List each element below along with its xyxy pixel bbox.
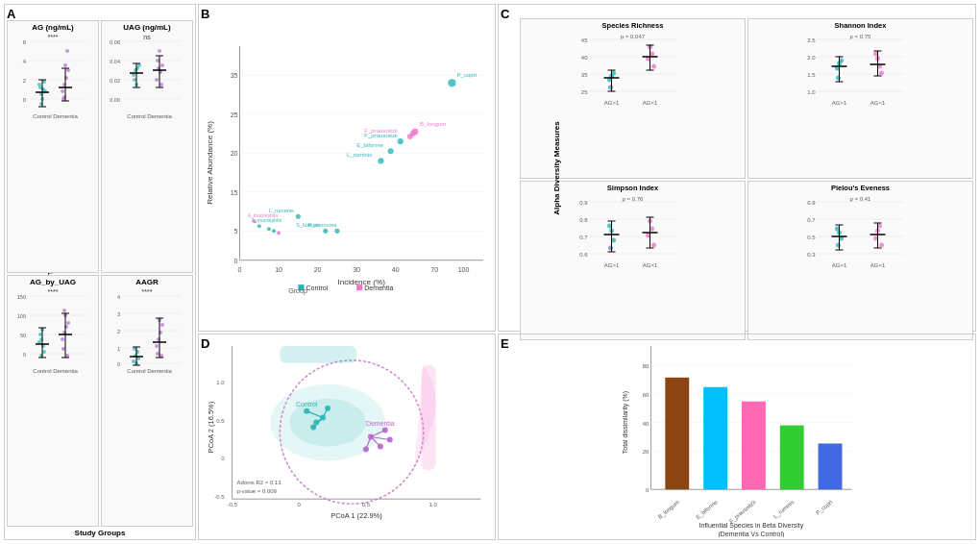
bd-column: B 35 25 20 15 5 0 0 10 xyxy=(198,4,496,540)
species-richness-svg: 45 40 35 25 p = 0.047 xyxy=(523,30,743,111)
bar-svg: 80 60 40 20 0 Total dissimilarity (%) xyxy=(501,336,973,537)
svg-text:P_copri: P_copri xyxy=(457,71,478,78)
svg-point-161 xyxy=(398,138,404,144)
svg-text:40: 40 xyxy=(643,421,649,427)
svg-point-48 xyxy=(133,78,136,82)
svg-point-170 xyxy=(334,229,339,234)
svg-point-47 xyxy=(137,63,141,67)
svg-point-208 xyxy=(378,443,383,449)
svg-rect-191 xyxy=(422,365,436,470)
svg-text:40: 40 xyxy=(581,55,588,61)
svg-text:20: 20 xyxy=(231,150,238,158)
ag-by-uag-title: AG_by_UAG xyxy=(30,278,76,286)
svg-text:Control: Control xyxy=(306,284,328,292)
svg-point-247 xyxy=(651,64,656,69)
svg-point-209 xyxy=(363,446,369,452)
svg-rect-192 xyxy=(280,346,356,363)
svg-text:25: 25 xyxy=(231,111,238,119)
svg-text:0.04: 0.04 xyxy=(110,59,120,64)
svg-point-301 xyxy=(651,242,656,247)
svg-text:20: 20 xyxy=(314,266,322,274)
svg-text:AG>1: AG>1 xyxy=(604,100,620,106)
svg-text:50: 50 xyxy=(20,333,26,338)
svg-text:AG<1: AG<1 xyxy=(870,262,886,268)
svg-text:0.8: 0.8 xyxy=(579,217,588,223)
aagr-plot: AAGR 4 3 2 1 0 **** xyxy=(101,275,193,528)
svg-point-157 xyxy=(448,79,455,87)
svg-text:F_prausnitzii: F_prausnitzii xyxy=(728,499,757,524)
svg-point-210 xyxy=(387,437,393,443)
svg-point-115 xyxy=(133,347,136,351)
svg-point-89 xyxy=(61,337,64,341)
svg-text:-0.5: -0.5 xyxy=(214,494,225,500)
svg-text:0: 0 xyxy=(117,361,120,367)
species-richness-title: Species Richness xyxy=(523,21,743,30)
svg-point-200 xyxy=(313,420,319,426)
svg-point-199 xyxy=(325,406,331,411)
svg-text:30: 30 xyxy=(353,266,360,274)
svg-text:0.00: 0.00 xyxy=(110,97,120,103)
svg-point-172 xyxy=(323,229,328,234)
svg-point-59 xyxy=(158,49,161,53)
section-e-label: E xyxy=(501,336,509,351)
section-a: A Ghrelin Levels AG (ng/mL) 6 4 2 0 xyxy=(4,4,196,540)
uag-plot: UAG (ng/mL) 0.06 0.04 0.02 0.00 ns xyxy=(101,20,193,273)
svg-text:B_longum: B_longum xyxy=(420,120,446,127)
svg-text:Influential Species in Beta Di: Influential Species in Beta Diversity xyxy=(699,522,804,530)
section-e: E 80 60 40 20 0 Total dissimilarity (%) xyxy=(498,334,976,540)
svg-point-57 xyxy=(160,63,164,67)
svg-rect-348 xyxy=(703,387,727,489)
svg-text:AG>1: AG>1 xyxy=(832,100,847,106)
svg-text:0.9: 0.9 xyxy=(807,200,816,206)
svg-point-320 xyxy=(836,242,841,247)
section-c-label: C xyxy=(501,7,509,21)
shannon-index-title: Shannon Index xyxy=(750,21,970,30)
ce-column: C Alpha Diversity Measures Species Richn… xyxy=(498,4,976,540)
svg-text:0.5: 0.5 xyxy=(216,418,225,424)
svg-text:Dementia: Dementia xyxy=(147,113,172,119)
svg-point-90 xyxy=(66,321,70,325)
svg-text:0: 0 xyxy=(23,97,27,103)
section-b: B 35 25 20 15 5 0 0 10 xyxy=(198,4,496,332)
svg-point-169 xyxy=(410,131,416,136)
svg-point-79 xyxy=(38,333,42,336)
ag-svg: 6 4 2 0 **** xyxy=(10,32,96,123)
svg-text:0: 0 xyxy=(23,352,26,358)
svg-text:ns: ns xyxy=(143,34,151,40)
svg-point-27 xyxy=(65,49,69,53)
svg-text:0.5: 0.5 xyxy=(807,235,816,240)
a-x-axis-label: Study Groups xyxy=(7,529,193,537)
svg-text:1: 1 xyxy=(117,346,120,352)
svg-point-211 xyxy=(368,434,374,440)
svg-point-181 xyxy=(272,229,276,233)
main-container: A Ghrelin Levels AG (ng/mL) 6 4 2 0 xyxy=(0,0,980,544)
aagr-svg: 4 3 2 1 0 **** xyxy=(104,286,190,378)
svg-text:80: 80 xyxy=(643,363,649,369)
ag-by-uag-plot: AG_by_UAG 150 100 50 0 **** xyxy=(7,275,99,528)
shannon-index-plot: Shannon Index 2.5 2.0 1.5 1.0 p = 0.75 xyxy=(747,18,973,179)
svg-text:5: 5 xyxy=(234,228,238,235)
svg-point-163 xyxy=(388,148,394,154)
svg-text:15: 15 xyxy=(231,189,238,197)
svg-text:E_biforme: E_biforme xyxy=(356,141,383,148)
svg-text:0.5: 0.5 xyxy=(362,502,371,507)
svg-text:P_copri: P_copri xyxy=(815,499,833,516)
ag-title: AG (ng/mL) xyxy=(32,23,74,32)
svg-text:F_prausnitzii: F_prausnitzii xyxy=(364,127,397,134)
svg-text:Control: Control xyxy=(127,113,145,119)
svg-text:0.06: 0.06 xyxy=(110,39,120,45)
svg-text:S_luteum: S_luteum xyxy=(296,222,319,228)
svg-text:1.0: 1.0 xyxy=(807,89,816,95)
svg-text:25: 25 xyxy=(581,89,588,95)
svg-text:-0.5: -0.5 xyxy=(227,502,237,507)
aagr-title: AAGR xyxy=(135,278,159,286)
svg-point-26 xyxy=(63,63,67,67)
c-y-axis-label: Alpha Diversity Measures xyxy=(552,121,561,214)
section-c: C Alpha Diversity Measures Species Richn… xyxy=(498,4,976,332)
svg-text:2: 2 xyxy=(23,78,27,84)
svg-text:3: 3 xyxy=(117,311,120,317)
pielou-svg: 0.9 0.7 0.5 0.3 p = 0.41 xyxy=(750,192,970,274)
svg-text:35: 35 xyxy=(231,72,238,80)
svg-text:Adonis R2 = 0.13: Adonis R2 = 0.13 xyxy=(237,480,282,485)
svg-text:Dementia: Dementia xyxy=(53,368,78,374)
